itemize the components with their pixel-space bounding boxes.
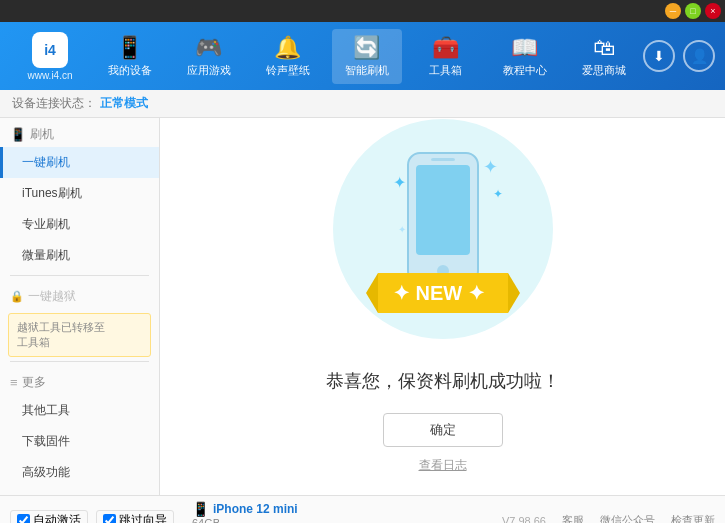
more-icon: ≡ bbox=[10, 375, 18, 390]
nav-apps-label: 应用游戏 bbox=[187, 63, 231, 78]
skip-wizard-checkbox[interactable]: 跳过向导 bbox=[96, 510, 174, 523]
bottom-row1: 自动激活 跳过向导 📱 iPhone 12 mini 64GB Down-12m… bbox=[0, 496, 725, 523]
nav-bar: 📱 我的设备 🎮 应用游戏 🔔 铃声壁纸 🔄 智能刷机 🧰 工具箱 📖 教程中心… bbox=[90, 29, 643, 84]
device-phone-icon: 📱 bbox=[192, 501, 209, 517]
auto-activate-input[interactable] bbox=[17, 514, 30, 523]
nav-store-label: 爱思商城 bbox=[582, 63, 626, 78]
sidebar-item-pro-flash[interactable]: 专业刷机 bbox=[0, 209, 159, 240]
flash-icon: 🔄 bbox=[353, 35, 380, 61]
sidebar-section-more: ≡ 更多 bbox=[0, 366, 159, 395]
logo[interactable]: i4 www.i4.cn bbox=[10, 32, 90, 81]
device-storage: 64GB bbox=[192, 517, 298, 524]
phone-small-icon: 📱 bbox=[10, 127, 26, 142]
svg-text:✦: ✦ bbox=[483, 157, 498, 177]
svg-text:✦: ✦ bbox=[393, 174, 406, 191]
store-icon: 🛍 bbox=[593, 35, 615, 61]
status-bar: 设备连接状态： 正常模式 bbox=[0, 90, 725, 118]
sidebar-item-itunes-flash[interactable]: iTunes刷机 bbox=[0, 178, 159, 209]
device-info: 📱 iPhone 12 mini 64GB Down-12mini-13,1 bbox=[192, 501, 298, 524]
nav-toolbox-label: 工具箱 bbox=[429, 63, 462, 78]
phone-icon: 📱 bbox=[116, 35, 143, 61]
music-icon: 🔔 bbox=[274, 35, 301, 61]
tutorial-icon: 📖 bbox=[511, 35, 538, 61]
sidebar-item-download-firmware[interactable]: 下载固件 bbox=[0, 426, 159, 457]
nav-smart-flash[interactable]: 🔄 智能刷机 bbox=[332, 29, 402, 84]
svg-rect-1 bbox=[416, 165, 470, 255]
content-area: ✦ ✦ ✦ ✦ ✦ NEW ✦ 恭喜您，保资料刷机成功啦！ 确定 bbox=[160, 118, 725, 495]
confirm-button[interactable]: 确定 bbox=[383, 413, 503, 447]
logo-icon: i4 bbox=[32, 32, 68, 68]
success-title: 恭喜您，保资料刷机成功啦！ bbox=[326, 369, 560, 393]
svg-text:✦: ✦ bbox=[398, 224, 406, 235]
maximize-button[interactable]: □ bbox=[685, 3, 701, 19]
minimize-button[interactable]: ─ bbox=[665, 3, 681, 19]
nav-tutorial[interactable]: 📖 教程中心 bbox=[490, 29, 560, 84]
lock-icon: 🔒 bbox=[10, 290, 24, 303]
sidebar-divider-2 bbox=[10, 361, 149, 362]
svg-text:✦: ✦ bbox=[493, 187, 503, 201]
phone-graphic: ✦ ✦ ✦ ✦ ✦ NEW ✦ bbox=[343, 143, 543, 366]
wechat-link[interactable]: 微信公众号 bbox=[600, 513, 655, 523]
sidebar: 📱 刷机 一键刷机 iTunes刷机 专业刷机 微量刷机 🔒 一键越狱 越狱工具… bbox=[0, 118, 160, 495]
close-button[interactable]: × bbox=[705, 3, 721, 19]
svg-marker-9 bbox=[366, 273, 378, 313]
user-button[interactable]: 👤 bbox=[683, 40, 715, 72]
device-name: iPhone 12 mini bbox=[213, 502, 298, 516]
sidebar-item-micro-flash[interactable]: 微量刷机 bbox=[0, 240, 159, 271]
sidebar-section-flash: 📱 刷机 bbox=[0, 118, 159, 147]
version-label: V7.98.66 bbox=[502, 515, 546, 524]
illustration: ✦ ✦ ✦ ✦ ✦ NEW ✦ bbox=[313, 139, 573, 369]
logo-text: www.i4.cn bbox=[27, 70, 72, 81]
apps-icon: 🎮 bbox=[195, 35, 222, 61]
title-bar: ─ □ × bbox=[0, 0, 725, 22]
download-button[interactable]: ⬇ bbox=[643, 40, 675, 72]
nav-store[interactable]: 🛍 爱思商城 bbox=[569, 29, 639, 84]
sidebar-divider-1 bbox=[10, 275, 149, 276]
status-value: 正常模式 bbox=[100, 95, 148, 112]
bottom-right: V7.98.66 客服 微信公众号 检查更新 bbox=[502, 513, 715, 523]
sidebar-item-advanced[interactable]: 高级功能 bbox=[0, 457, 159, 488]
main-area: 📱 刷机 一键刷机 iTunes刷机 专业刷机 微量刷机 🔒 一键越狱 越狱工具… bbox=[0, 118, 725, 495]
skip-wizard-input[interactable] bbox=[103, 514, 116, 523]
bottom-area: 自动激活 跳过向导 📱 iPhone 12 mini 64GB Down-12m… bbox=[0, 495, 725, 523]
nav-smart-flash-label: 智能刷机 bbox=[345, 63, 389, 78]
sidebar-item-other-tools[interactable]: 其他工具 bbox=[0, 395, 159, 426]
bottom-left: 自动激活 跳过向导 📱 iPhone 12 mini 64GB Down-12m… bbox=[10, 501, 502, 524]
header-actions: ⬇ 👤 bbox=[643, 40, 715, 72]
nav-ringtones-label: 铃声壁纸 bbox=[266, 63, 310, 78]
sidebar-jailbreak-warning: 越狱工具已转移至工具箱 bbox=[8, 313, 151, 357]
toolbox-icon: 🧰 bbox=[432, 35, 459, 61]
sidebar-item-one-click-flash[interactable]: 一键刷机 bbox=[0, 147, 159, 178]
status-label: 设备连接状态： bbox=[12, 95, 96, 112]
nav-apps-games[interactable]: 🎮 应用游戏 bbox=[174, 29, 244, 84]
nav-tutorial-label: 教程中心 bbox=[503, 63, 547, 78]
header: i4 www.i4.cn 📱 我的设备 🎮 应用游戏 🔔 铃声壁纸 🔄 智能刷机… bbox=[0, 22, 725, 90]
nav-toolbox[interactable]: 🧰 工具箱 bbox=[411, 29, 481, 84]
nav-my-device[interactable]: 📱 我的设备 bbox=[95, 29, 165, 84]
svg-rect-3 bbox=[431, 158, 455, 161]
history-link[interactable]: 查看日志 bbox=[419, 457, 467, 474]
customer-service-link[interactable]: 客服 bbox=[562, 513, 584, 523]
check-update-link[interactable]: 检查更新 bbox=[671, 513, 715, 523]
auto-activate-checkbox[interactable]: 自动激活 bbox=[10, 510, 88, 523]
sidebar-section-jailbreak: 🔒 一键越狱 bbox=[0, 280, 159, 309]
svg-marker-10 bbox=[508, 273, 520, 313]
nav-ringtones[interactable]: 🔔 铃声壁纸 bbox=[253, 29, 323, 84]
nav-my-device-label: 我的设备 bbox=[108, 63, 152, 78]
svg-text:✦ NEW ✦: ✦ NEW ✦ bbox=[393, 282, 485, 304]
